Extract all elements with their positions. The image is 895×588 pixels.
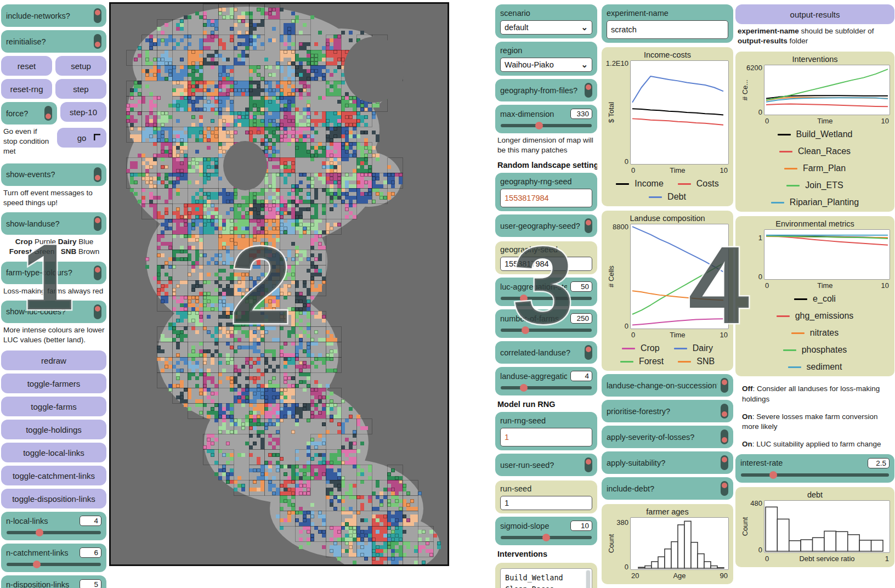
switch-include-networks[interactable]: include-networks? [1, 4, 106, 27]
slider-value[interactable]: 4 [80, 516, 101, 526]
world-view-map[interactable] [111, 4, 448, 564]
slider-track[interactable] [7, 531, 101, 534]
toggle-catchment-links-button[interactable]: toggle-catchment-links [1, 466, 106, 485]
slider-thumb[interactable] [542, 534, 550, 541]
toggle-pill-icon[interactable] [585, 218, 592, 233]
slider-luc-aggregation-steps[interactable]: luc-aggregation-steps 50 [495, 278, 597, 306]
slider-thumb[interactable] [769, 471, 777, 479]
max-dimension-note: Longer dimension of map will be this man… [495, 133, 597, 156]
severity-note: On: Severe losses make farm conversion m… [735, 410, 894, 433]
slider-n-local-links[interactable]: n-local-links 4 [1, 512, 106, 540]
step-button[interactable]: step [55, 79, 106, 99]
chevron-down-icon: ⌄ [581, 25, 588, 30]
landuse-colour-key: Crop Purple Dairy Blue Forest Green SNB … [1, 235, 106, 258]
switch-reinitialise[interactable]: reinitialise? [1, 30, 106, 53]
model-run-rng-header: Model run RNG [495, 395, 597, 409]
switch-apply-suitability[interactable]: apply-suitability? [602, 451, 733, 474]
toggle-farms-button[interactable]: toggle-farms [1, 397, 106, 416]
slider-thumb[interactable] [522, 326, 529, 334]
force-note: Go even if stop condition met [1, 125, 54, 158]
switch-include-debt[interactable]: include-debt? [602, 477, 733, 500]
toggle-pill-icon[interactable] [721, 404, 728, 419]
luc-note: More intense colours are lower LUC value… [1, 323, 106, 346]
switch-force[interactable]: force? [1, 102, 57, 125]
region-dropdown[interactable]: Waihou-Piako ⌄ [500, 58, 592, 72]
scrollbar-thumb[interactable] [586, 570, 590, 588]
switch-landuse-change-on-succession[interactable]: landuse-change-on-succession? [602, 374, 733, 397]
reset-rng-button[interactable]: reset-rng [1, 79, 52, 99]
toggle-pill-icon[interactable] [44, 106, 52, 121]
switch-prioritise-forestry[interactable]: prioritise-forestry? [602, 400, 733, 422]
plots-panel-left: experiment-name scratch Income-costs 1.2… [602, 1, 733, 584]
toggle-pill-icon[interactable] [94, 216, 101, 231]
reset-button[interactable]: reset [1, 56, 52, 76]
toggle-pill-icon[interactable] [721, 378, 728, 393]
scenario-dropdown[interactable]: default ⌄ [500, 20, 592, 35]
toggle-pill-icon[interactable] [94, 265, 101, 280]
slider-thumb[interactable] [535, 122, 543, 129]
slider-thumb[interactable] [36, 529, 43, 536]
geography-rng-seed-value[interactable]: 1553817984 [500, 189, 592, 207]
toggle-local-links-button[interactable]: toggle-local-links [1, 443, 106, 462]
switch-geography-from-files[interactable]: geography-from-files? [495, 79, 597, 101]
switch-user-geography-seed[interactable]: user-geography-seed? [495, 214, 597, 237]
toggle-farmers-button[interactable]: toggle-farmers [1, 374, 106, 393]
toggle-disposition-links-button[interactable]: toggle-disposition-links [1, 489, 106, 508]
slider-interest-rate[interactable]: interest-rate 2.5 [735, 454, 894, 483]
slider-thumb[interactable] [33, 561, 41, 568]
toggle-pill-icon[interactable] [585, 457, 592, 472]
scrollbar[interactable] [586, 570, 591, 588]
geography-rng-seed-input[interactable]: geography-rng-seed 1553817984 [495, 173, 597, 211]
suitability-note: On: LUC suitability applied to farm chan… [735, 437, 894, 450]
toggle-pill-icon[interactable] [94, 34, 101, 49]
slider-n-catchment-links[interactable]: n-catchment-links 6 [1, 544, 106, 572]
chevron-down-icon: ⌄ [581, 62, 588, 67]
region-chooser[interactable]: region Waihou-Piako ⌄ [495, 42, 597, 76]
list-item[interactable]: Clean_Races [505, 584, 584, 588]
switch-show-events[interactable]: show-events? [1, 163, 106, 186]
slider-sigmoid-slope[interactable]: sigmoid-slope 10 [495, 517, 597, 545]
slider-max-dimension[interactable]: max-dimension 330 [495, 105, 597, 133]
toggle-pill-icon[interactable] [585, 345, 592, 360]
toggle-pill-icon[interactable] [721, 481, 728, 496]
toggle-pill-icon[interactable] [721, 429, 728, 444]
interventions-list[interactable]: Build_Wetland Clean_Races Farm_Plan Join… [500, 568, 592, 588]
redraw-button[interactable]: redraw [1, 350, 106, 370]
experiment-name-input[interactable]: experiment-name scratch [602, 4, 733, 43]
go-button[interactable]: go [57, 128, 106, 148]
toggle-pill-icon[interactable] [94, 304, 101, 319]
scenario-chooser[interactable]: scenario default ⌄ [495, 4, 597, 38]
environmental-metrics-plot: Environmental metrics 1 0 0 Time 10 e_co… [735, 216, 894, 376]
toggle-pill-icon[interactable] [721, 455, 728, 470]
toggle-pill-icon[interactable] [94, 8, 101, 23]
list-item[interactable]: Build_Wetland [505, 572, 584, 584]
experiment-name-value[interactable]: scratch [607, 20, 728, 39]
app-window: include-networks? reinitialise? reset se… [0, 0, 895, 588]
switch-user-run-seed[interactable]: user-run-seed? [495, 454, 597, 476]
switch-show-landuse[interactable]: show-landuse? [1, 212, 106, 235]
switch-farm-type-colours[interactable]: farm-type-colours? [1, 262, 106, 284]
slider-thumb[interactable] [520, 295, 528, 302]
left-control-panel: include-networks? reinitialise? reset se… [1, 1, 106, 588]
toggle-holdings-button[interactable]: toggle-holdings [1, 420, 106, 439]
setup-button[interactable]: setup [55, 56, 106, 76]
slider-number-of-farms[interactable]: number-of-farms 250 [495, 309, 597, 338]
interventions-plot: Interventions 6200 # Ce... 0 0 Time 10 B… [735, 52, 894, 212]
slider-landuse-aggregation[interactable]: landuse-aggregatio... 4 [495, 367, 597, 395]
switch-show-luc-codes[interactable]: show-luc-codes? [1, 301, 106, 323]
toggle-pill-icon[interactable] [585, 83, 592, 98]
run-rng-seed-value[interactable]: 1 [500, 428, 592, 446]
toggle-pill-icon[interactable] [94, 167, 101, 182]
slider-thumb[interactable] [520, 384, 528, 392]
slider-n-disposition-links[interactable]: n-disposition-links 5 [1, 575, 106, 588]
landuse-composition-plot: Landuse composition 8800 # Cells 0 0 Tim… [602, 211, 733, 371]
prioritise-forestry-note: Off: Consider all landuses for loss-maki… [735, 382, 894, 405]
world-view-frame [109, 2, 449, 566]
switch-correlated-landuse[interactable]: correlated-landuse? [495, 341, 597, 364]
run-rng-seed-input[interactable]: run-rng-seed 1 [495, 412, 597, 450]
step-10-button[interactable]: step-10 [60, 102, 106, 122]
plots-panel-right: output-results experiment-name should be… [735, 1, 894, 567]
income-costs-plot: Income-costs 1.2E10 $ Total 0 0 Time 10 … [602, 47, 733, 206]
output-results-button[interactable]: output-results [735, 4, 894, 24]
switch-apply-severity-of-losses[interactable]: apply-severity-of-losses? [602, 426, 733, 448]
